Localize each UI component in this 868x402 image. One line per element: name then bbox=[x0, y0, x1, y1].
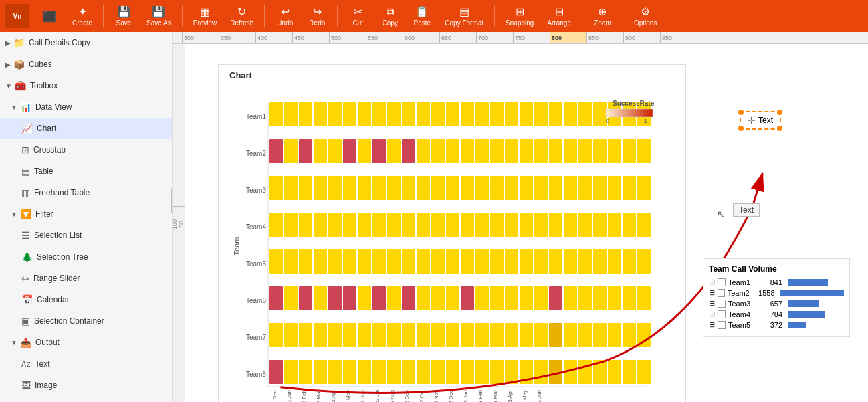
sidebar-label-crosstab: Crosstab bbox=[33, 145, 66, 155]
sidebar-item-text[interactable]: Az Text bbox=[0, 353, 172, 375]
sidebar-item-calendar[interactable]: 📅 Calendar bbox=[0, 289, 172, 310]
toolbar-options-button[interactable]: ⚙ Options bbox=[629, 3, 662, 29]
sidebar-label-toolbox: Toolbox bbox=[30, 81, 58, 90]
svg-rect-71 bbox=[387, 176, 401, 200]
svg-rect-104 bbox=[490, 213, 504, 237]
sidebar-item-freehandtable[interactable]: ▥ Freehand Table bbox=[0, 182, 172, 203]
team5-bar bbox=[788, 322, 806, 328]
svg-rect-135 bbox=[564, 249, 577, 274]
ruler-mark: 300 bbox=[182, 32, 219, 44]
content-area: 300 350 400 450 500 550 600 650 700 750 … bbox=[173, 32, 868, 402]
table-icon: ▤ bbox=[21, 166, 30, 177]
expand-icon-t4[interactable]: ⊞ bbox=[709, 310, 715, 318]
ruler-mark: 450 bbox=[292, 32, 329, 44]
svg-rect-78 bbox=[490, 176, 504, 200]
toolbar-paste-button[interactable]: 📋 Paste bbox=[407, 3, 437, 29]
svg-rect-15 bbox=[328, 102, 342, 126]
svg-rect-187 bbox=[564, 323, 577, 347]
sidebar-item-selectiontree[interactable]: 🌲 Selection Tree bbox=[0, 246, 172, 268]
sidebar-item-calldetails[interactable]: ▶ 📁 Call Details Copy bbox=[0, 32, 172, 54]
svg-text:Team2: Team2 bbox=[246, 150, 266, 157]
svg-rect-73 bbox=[417, 176, 430, 200]
toolbar-snapping-button[interactable]: ⊞ Snapping bbox=[500, 3, 539, 29]
cube-icon: 📦 bbox=[13, 59, 25, 70]
svg-rect-208 bbox=[490, 360, 504, 384]
toolbar-saveas-button[interactable]: 💾 Save As bbox=[141, 3, 177, 29]
toolbar-copyformat-button[interactable]: ▤ Copy Format bbox=[439, 3, 489, 29]
sidebar-item-toolbox[interactable]: ▼ 🧰 Toolbox bbox=[0, 75, 172, 96]
svg-rect-101 bbox=[446, 213, 459, 237]
svg-rect-33 bbox=[593, 102, 607, 126]
svg-rect-171 bbox=[328, 323, 342, 347]
move-icon: ✛ bbox=[748, 115, 756, 126]
svg-rect-115 bbox=[269, 249, 283, 274]
svg-rect-124 bbox=[402, 249, 415, 274]
expand-icon-t3[interactable]: ⊞ bbox=[709, 299, 715, 308]
expand-icon-t5[interactable]: ⊞ bbox=[709, 320, 715, 329]
sidebar-item-image[interactable]: 🖼 Image bbox=[0, 375, 172, 396]
checkbox-t3[interactable] bbox=[718, 300, 726, 308]
ruler-mark: 800 bbox=[550, 32, 586, 44]
toolbar-redo-button[interactable]: ↪ Redo bbox=[302, 3, 332, 29]
canvas[interactable]: Chart Team Team1 Team2 Team3 Team4 Team5… bbox=[185, 44, 868, 402]
toolbar-preview-button[interactable]: ▦ Preview bbox=[188, 3, 223, 29]
sidebar-item-filter[interactable]: ▼ 🔽 Filter bbox=[0, 203, 172, 225]
svg-rect-55 bbox=[534, 139, 548, 163]
svg-rect-142 bbox=[284, 286, 298, 310]
checkbox-t1[interactable] bbox=[718, 278, 726, 286]
sidebar-item-cubes[interactable]: ▶ 📦 Cubes bbox=[0, 54, 172, 75]
svg-rect-160 bbox=[549, 286, 562, 310]
svg-rect-139 bbox=[623, 249, 636, 274]
checkbox-t5[interactable] bbox=[718, 321, 726, 329]
svg-rect-117 bbox=[299, 249, 312, 274]
checkbox-t2[interactable] bbox=[718, 289, 725, 297]
svg-rect-28 bbox=[520, 102, 533, 126]
expand-icon-t1[interactable]: ⊞ bbox=[709, 278, 715, 286]
toolbar-refresh-button[interactable]: ↻ Refresh bbox=[225, 3, 259, 29]
toolbar-copy-button[interactable]: ⧉ Copy bbox=[375, 3, 405, 29]
chart-title: Chart bbox=[219, 65, 685, 86]
svg-rect-51 bbox=[475, 139, 489, 163]
drag-text-element[interactable]: ✛ Text bbox=[740, 111, 781, 130]
toolbar-create-button[interactable]: ✦ Create bbox=[67, 3, 98, 29]
toolbar-save-button[interactable]: 💾 Save bbox=[109, 3, 138, 29]
svg-rect-27 bbox=[505, 102, 518, 126]
sidebar-item-chart[interactable]: 📈 Chart bbox=[0, 118, 172, 139]
svg-rect-147 bbox=[358, 286, 371, 310]
svg-rect-205 bbox=[446, 360, 459, 384]
sidebar-item-selectionlist[interactable]: ☰ Selection List bbox=[0, 225, 172, 246]
svg-rect-111 bbox=[593, 213, 607, 237]
sidebar-label-rangeslider: Range Slider bbox=[33, 274, 80, 283]
sidebar-item-crosstab[interactable]: ⊞ Crosstab bbox=[0, 139, 172, 161]
svg-rect-65 bbox=[299, 176, 312, 200]
svg-rect-159 bbox=[534, 286, 548, 310]
svg-rect-240 bbox=[606, 109, 653, 117]
sidebar-item-rangeslider[interactable]: ⇔ Range Slider bbox=[0, 268, 172, 289]
sidebar-item-table[interactable]: ▤ Table bbox=[0, 161, 172, 182]
svg-rect-46 bbox=[402, 139, 415, 163]
team1-label: Team1 bbox=[728, 278, 758, 286]
ruler-mark: 700 bbox=[476, 32, 513, 44]
folder-icon-calldetails: 📁 bbox=[13, 37, 25, 48]
toolbox-icon: 🧰 bbox=[15, 80, 26, 91]
toolbar-red-icon[interactable]: ⬛ bbox=[35, 7, 64, 25]
svg-rect-67 bbox=[328, 176, 342, 200]
chart-container: Chart Team Team1 Team2 Team3 Team4 Team5… bbox=[218, 64, 686, 402]
toolbar-undo-button[interactable]: ↩ Undo bbox=[270, 3, 300, 29]
team-volume-panel: Team Call Volume ⊞ Team1 841 ⊞ Team2 155… bbox=[703, 258, 850, 337]
toolbar-zoom-button[interactable]: ⊕ Zoom bbox=[588, 3, 617, 29]
toolbar-arrange-button[interactable]: ⊟ Arrange bbox=[542, 3, 576, 29]
checkbox-t4[interactable] bbox=[718, 310, 726, 318]
svg-rect-17 bbox=[358, 102, 371, 126]
svg-rect-58 bbox=[578, 139, 592, 163]
svg-rect-186 bbox=[549, 323, 562, 347]
sidebar-item-output[interactable]: ▼ 📤 Output bbox=[0, 332, 172, 353]
svg-rect-215 bbox=[593, 360, 607, 384]
expand-icon-t2[interactable]: ⊞ bbox=[709, 288, 715, 297]
toolbar-cut-button[interactable]: ✂ Cut bbox=[343, 3, 372, 29]
sidebar-item-selectioncontainer[interactable]: ▣ Selection Container bbox=[0, 310, 172, 332]
svg-text:2022 Jun: 2022 Jun bbox=[360, 390, 366, 402]
sidebar-item-dataview[interactable]: ▼ 📊 Data View bbox=[0, 96, 172, 118]
cursor-icon: ↖ bbox=[717, 209, 725, 219]
svg-text:2022 Nov: 2022 Nov bbox=[433, 390, 439, 402]
